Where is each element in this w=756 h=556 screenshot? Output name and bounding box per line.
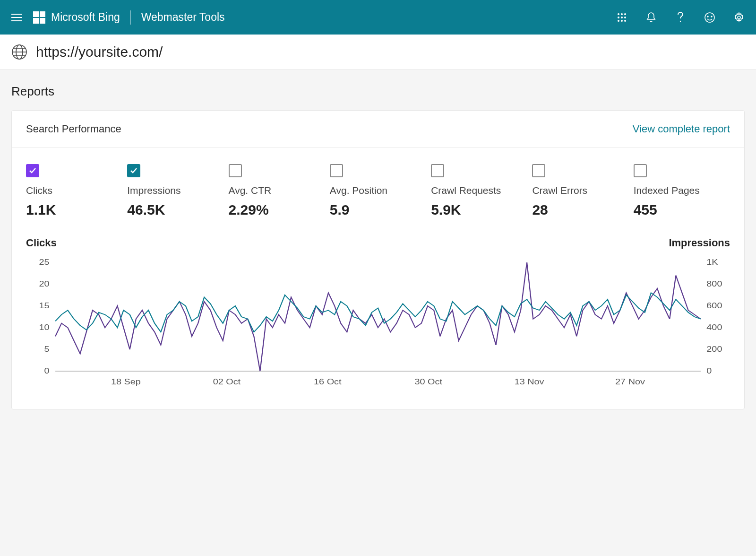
metric-clicks: Clicks1.1K [26, 164, 122, 218]
metric-avg-ctr: Avg. CTR2.29% [229, 164, 325, 218]
svg-point-5 [624, 17, 626, 18]
metric-crawl-errors: Crawl Errors28 [532, 164, 628, 218]
metric-checkbox-crawl-errors[interactable] [532, 164, 545, 177]
metric-crawl-requests: Crawl Requests5.9K [431, 164, 527, 218]
svg-text:16 Oct: 16 Oct [314, 378, 341, 386]
brand-name: Microsoft Bing [51, 11, 120, 24]
svg-text:18 Sep: 18 Sep [111, 378, 141, 386]
svg-point-9 [680, 20, 681, 21]
svg-point-0 [618, 13, 619, 15]
metric-checkbox-avg-ctr[interactable] [229, 164, 242, 177]
site-bar: https://yoursite.com/ [0, 35, 756, 70]
metric-label: Impressions [127, 185, 223, 196]
svg-text:600: 600 [706, 302, 722, 310]
card-title: Search Performance [26, 123, 121, 135]
svg-point-3 [618, 17, 619, 18]
metric-label: Avg. CTR [229, 185, 325, 196]
svg-text:1K: 1K [706, 258, 718, 267]
metric-label: Clicks [26, 185, 122, 196]
metric-label: Avg. Position [330, 185, 426, 196]
performance-chart: 051015202502004006008001K18 Sep02 Oct16 … [26, 258, 730, 390]
svg-point-12 [711, 16, 712, 17]
feedback-smile-icon[interactable] [704, 12, 715, 23]
svg-point-11 [707, 16, 708, 17]
brand-divider [130, 10, 131, 25]
metric-checkbox-indexed-pages[interactable] [634, 164, 647, 177]
globe-icon [11, 44, 27, 60]
tool-name: Webmaster Tools [141, 11, 225, 24]
svg-point-10 [705, 13, 714, 22]
metric-checkbox-impressions[interactable] [127, 164, 140, 177]
microsoft-logo-icon [33, 11, 45, 24]
metric-avg-position: Avg. Position5.9 [330, 164, 426, 218]
metric-label: Indexed Pages [634, 185, 730, 196]
help-icon[interactable] [675, 12, 686, 23]
svg-text:25: 25 [39, 258, 50, 267]
site-url[interactable]: https://yoursite.com/ [36, 44, 163, 60]
apps-grid-icon[interactable] [616, 12, 627, 23]
svg-point-1 [621, 13, 623, 15]
svg-text:13 Nov: 13 Nov [515, 378, 544, 386]
metric-value: 5.9 [330, 202, 426, 218]
svg-text:0: 0 [44, 367, 50, 375]
metric-value: 46.5K [127, 202, 223, 218]
svg-point-6 [618, 20, 619, 22]
chart-right-axis-title: Impressions [669, 237, 730, 249]
search-performance-card: Search Performance View complete report … [11, 110, 745, 409]
svg-point-4 [621, 17, 623, 18]
metric-checkbox-crawl-requests[interactable] [431, 164, 444, 177]
svg-text:200: 200 [706, 345, 722, 354]
metric-label: Crawl Requests [431, 185, 527, 196]
view-complete-report-link[interactable]: View complete report [633, 123, 730, 135]
svg-text:20: 20 [39, 280, 50, 288]
svg-point-13 [738, 16, 740, 19]
metric-impressions: Impressions46.5K [127, 164, 223, 218]
metric-value: 2.29% [229, 202, 325, 218]
svg-text:0: 0 [706, 367, 712, 375]
svg-text:30 Oct: 30 Oct [414, 378, 442, 386]
metric-indexed-pages: Indexed Pages455 [634, 164, 730, 218]
metric-value: 1.1K [26, 202, 122, 218]
settings-gear-icon[interactable] [733, 12, 745, 23]
metric-value: 455 [634, 202, 730, 218]
svg-text:02 Oct: 02 Oct [213, 378, 241, 386]
reports-heading: Reports [11, 84, 745, 99]
svg-text:10: 10 [39, 323, 50, 332]
svg-point-8 [624, 20, 626, 22]
svg-text:800: 800 [706, 280, 722, 288]
menu-icon[interactable] [11, 14, 22, 21]
metric-label: Crawl Errors [532, 185, 628, 196]
metric-value: 5.9K [431, 202, 527, 218]
svg-point-2 [624, 13, 626, 15]
metric-checkbox-clicks[interactable] [26, 164, 39, 177]
notifications-icon[interactable] [645, 12, 657, 23]
top-nav-bar: Microsoft Bing Webmaster Tools [0, 0, 756, 35]
svg-text:400: 400 [706, 323, 722, 332]
svg-text:27 Nov: 27 Nov [615, 378, 645, 386]
metric-checkbox-avg-position[interactable] [330, 164, 343, 177]
svg-point-7 [621, 20, 623, 22]
metric-value: 28 [532, 202, 628, 218]
svg-text:5: 5 [44, 345, 50, 354]
chart-left-axis-title: Clicks [26, 237, 57, 249]
metrics-row: Clicks1.1KImpressions46.5KAvg. CTR2.29%A… [12, 148, 744, 232]
svg-text:15: 15 [39, 302, 50, 310]
